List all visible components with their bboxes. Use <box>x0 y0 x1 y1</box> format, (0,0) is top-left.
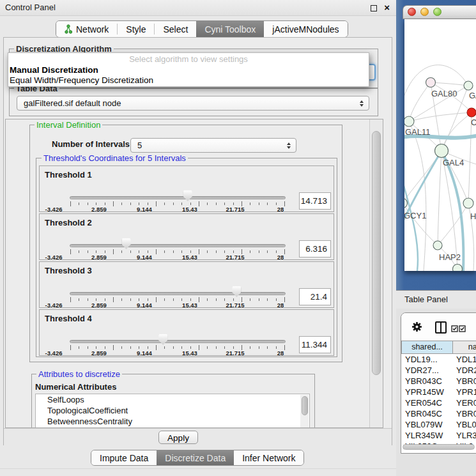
network-canvas[interactable]: GAL80GACGAL11GAL4HGCY1HAP2 <box>404 19 476 271</box>
threshold-4-value-field[interactable]: 11.344 <box>299 336 331 353</box>
tab-style[interactable]: Style <box>118 21 154 37</box>
network-node[interactable] <box>453 265 463 272</box>
cell-shared-name[interactable]: YDR27... <box>401 365 453 376</box>
close-icon[interactable]: × <box>384 2 390 13</box>
tick-label: 21.715 <box>216 349 254 357</box>
tick-label: 9.144 <box>125 349 164 357</box>
panel-bottom-ridge <box>0 468 396 469</box>
tick-mark <box>276 346 277 349</box>
tick-label: 2.859 <box>80 349 118 357</box>
settings-gear-icon[interactable] <box>411 321 422 334</box>
network-node-c[interactable] <box>467 108 476 117</box>
column-header-shared-name[interactable]: shared... <box>401 341 453 354</box>
cell-name[interactable]: YBR0 <box>453 376 476 387</box>
tick-label: 2.859 <box>80 254 118 261</box>
threshold-2-slider-thumb[interactable] <box>122 238 131 249</box>
network-node-gal11[interactable] <box>404 116 414 127</box>
cell-name[interactable]: YLR3 <box>453 430 476 441</box>
tab-cyni-toolbox[interactable]: Cyni Toolbox <box>196 21 264 37</box>
threshold-3-value-field[interactable]: 21.4 <box>299 288 331 305</box>
tab-infer-network[interactable]: Infer Network <box>234 450 303 465</box>
table-row[interactable]: YBR045CYBR0 <box>401 408 476 419</box>
cell-shared-name[interactable]: YBL079W <box>401 419 453 430</box>
threshold-3-slider-track[interactable] <box>70 292 286 295</box>
threshold-1-value-field[interactable]: 14.713 <box>299 192 331 210</box>
table-rows: YDL19...YDL1YDR27...YDR2YBR043CYBR0YPR14… <box>401 354 476 452</box>
table-row[interactable]: YBR043CYBR0 <box>401 376 476 387</box>
float-window-icon[interactable] <box>371 5 377 12</box>
tick-mark <box>267 346 268 349</box>
checkbox-checked-icon[interactable] <box>451 325 458 334</box>
cell-shared-name[interactable]: YPR145W <box>401 387 453 397</box>
tick-mark <box>207 203 208 205</box>
popup-option-manual-discretization[interactable]: Manual Discretization <box>10 65 98 75</box>
tab-discretize-data[interactable]: Discretize Data <box>157 450 234 465</box>
tab-label: Network <box>76 24 109 35</box>
attribute-list-item[interactable]: TopologicalCoefficient <box>36 405 309 416</box>
network-node-gal80[interactable] <box>426 78 436 88</box>
popup-option-equal-width-frequency[interactable]: Equal Width/Frequency Discretization <box>10 75 153 85</box>
tab-network[interactable]: Network <box>56 21 117 37</box>
cell-shared-name[interactable]: YBR045C <box>401 408 453 419</box>
threshold-4-slider-track[interactable] <box>70 340 286 343</box>
network-node-h[interactable] <box>463 198 473 208</box>
zoom-traffic-light-icon[interactable] <box>433 8 441 16</box>
tick-mark <box>139 203 139 205</box>
attribute-list-item[interactable]: BetweennessCentrality <box>36 416 309 427</box>
settings-vertical-scrollbar[interactable] <box>369 119 383 427</box>
table-row[interactable]: YBL079WYBL0 <box>401 419 476 430</box>
tab-select[interactable]: Select <box>155 21 196 37</box>
network-node-ga[interactable] <box>464 81 473 90</box>
tick-label: 28 <box>261 206 300 213</box>
tick-mark <box>190 203 191 205</box>
threshold-2-value-field[interactable]: 6.316 <box>299 240 331 257</box>
numerical-attributes-list[interactable]: SelfLoopsTopologicalCoefficientBetweenne… <box>35 394 310 428</box>
cell-name[interactable]: YDL1 <box>453 354 476 365</box>
table-row[interactable]: YDR27...YDR2 <box>401 365 476 376</box>
settings-scrollbar-thumb[interactable] <box>372 131 381 375</box>
threshold-3-slider-thumb[interactable] <box>232 286 241 297</box>
threshold-1-slider-thumb[interactable] <box>183 190 192 201</box>
cell-name[interactable]: YBL0 <box>453 419 476 430</box>
checkbox-checked-icon[interactable] <box>459 325 466 334</box>
table-horizontal-scrollbar[interactable] <box>403 444 475 450</box>
attributes-scrollbar[interactable] <box>300 395 309 428</box>
threshold-1-slider-track[interactable] <box>70 196 286 199</box>
number-of-intervals-combobox[interactable]: 5 <box>130 138 296 153</box>
tick-mark <box>105 203 105 205</box>
tab-jactivemnodules[interactable]: jActiveMNodules <box>264 21 347 37</box>
threshold-4-slider-thumb[interactable] <box>158 334 167 345</box>
tick-mark <box>250 203 250 205</box>
node-label: GAL4 <box>443 158 464 167</box>
close-traffic-light-icon[interactable] <box>408 8 416 16</box>
tick-mark <box>105 250 105 253</box>
cell-shared-name[interactable]: YDL19... <box>401 354 453 365</box>
cell-shared-name[interactable]: YBR043C <box>401 376 453 387</box>
cell-name[interactable]: YER0 <box>453 397 476 408</box>
column-header-name[interactable]: name <box>453 341 476 354</box>
cell-name[interactable]: YDR2 <box>453 365 476 376</box>
network-node-gal4[interactable] <box>435 144 449 158</box>
minimize-traffic-light-icon[interactable] <box>420 8 429 16</box>
cell-shared-name[interactable]: YLR345W <box>401 430 453 441</box>
table-row[interactable]: YPR145WYPR1 <box>401 387 476 397</box>
tab-label: Style <box>126 24 146 35</box>
cell-name[interactable]: YBR0 <box>453 408 476 419</box>
attributes-scrollbar-thumb[interactable] <box>302 396 308 415</box>
apply-button[interactable]: Apply <box>158 431 198 444</box>
table-row[interactable]: YLR345WYLR3 <box>401 430 476 441</box>
cell-shared-name[interactable]: YER054C <box>401 397 453 408</box>
attribute-list-item[interactable]: SelfLoops <box>36 394 309 405</box>
network-node-hap2[interactable] <box>433 241 442 250</box>
columns-icon[interactable] <box>435 321 447 334</box>
tick-mark <box>207 346 208 349</box>
tick-mark <box>259 346 259 349</box>
cell-name[interactable]: YPR1 <box>453 387 476 397</box>
table-row[interactable]: YDL19...YDL1 <box>401 354 476 365</box>
threshold-2-slider-track[interactable] <box>70 244 286 247</box>
table-row[interactable]: YER054CYER0 <box>401 397 476 408</box>
tick-mark <box>224 250 225 253</box>
table-data-combobox[interactable]: galFiltered.sif default node <box>17 96 369 111</box>
tab-impute-data[interactable]: Impute Data <box>91 450 157 465</box>
tick-mark <box>233 346 234 349</box>
